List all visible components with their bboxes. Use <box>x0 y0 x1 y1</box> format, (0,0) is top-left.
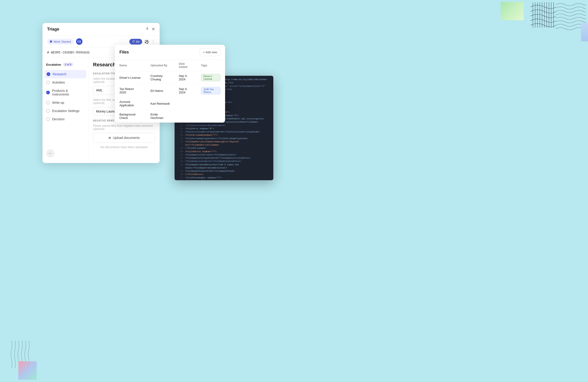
file-name-cell: Account Application <box>115 97 146 110</box>
file-name-cell: Background Check <box>115 110 146 122</box>
titlebar-controls: ✕ <box>146 27 155 32</box>
nav-check-research: ✓ <box>47 72 50 76</box>
file-name-cell: Driver's License <box>115 71 146 84</box>
table-row[interactable]: Account ApplicationKarl Reinhardt <box>115 97 225 110</box>
table-row[interactable]: Tax Return 2020Eli HaimsSep 4, 20241040 … <box>115 84 225 97</box>
sidebar-item-decision[interactable]: Decision <box>42 115 88 123</box>
bg-decoration-wave-right <box>556 2 586 32</box>
files-table: Name Uploaded By Date Added Tags Driver'… <box>115 60 225 122</box>
code-line: 17<fc2iPartyNameTypeCode>L</fc2iPartyNam… <box>178 137 270 140</box>
sidebar-item-activities[interactable]: Activities <box>42 78 88 86</box>
uploaded-by-cell: Eli Haims <box>146 84 174 97</box>
code-line: 19</fc2iPartyName> <box>178 147 270 150</box>
sidebar-nav: Escalation 2 of 5 ✓ Research Activities … <box>42 57 88 163</box>
back-button[interactable]: ← <box>46 149 54 158</box>
upload-btn-label: Upload documents <box>113 136 140 140</box>
sidebar-item-label-activities: Activities <box>52 80 65 84</box>
sidebar-item-products[interactable]: ✓ Products & Instruments <box>42 86 88 99</box>
tag-cell: 1040 Tax Return <box>196 84 225 97</box>
negative-news-section: NEGATIVE NEWS SEARCH Please upload files… <box>93 119 155 149</box>
work-started-badge: Work Started <box>47 39 74 44</box>
tag-cell <box>196 110 225 122</box>
table-row[interactable]: Driver's LicenseCourtney ChuangSep 4, 20… <box>115 71 225 84</box>
files-table-header: Name Uploaded By Date Added Tags <box>115 60 225 71</box>
date-added-cell: Sep 4, 2024 <box>174 71 196 84</box>
bg-decoration-lines-bottom <box>9 341 32 368</box>
escalation-header: Escalation 2 of 5 <box>42 61 88 70</box>
timer-badge: ⏱ 8d <box>129 39 142 44</box>
mic-button[interactable] <box>146 27 149 31</box>
code-line: 18<fc2iNewPartyFullName>Hummingbird RegT… <box>178 140 270 147</box>
nav-dot-decision <box>46 117 50 121</box>
escalation-label: Escalation <box>46 63 61 66</box>
sidebar-item-escalation-settings[interactable]: Escalation Settings <box>42 107 88 115</box>
plus-circle-icon: ⊕ <box>108 136 111 140</box>
files-table-body: Driver's LicenseCourtney ChuangSep 4, 20… <box>115 71 225 122</box>
nav-dot-escalation-settings <box>46 109 50 113</box>
nav-dot-writeup <box>46 101 50 104</box>
nav-check-products: ✓ <box>46 91 50 94</box>
files-title: Files <box>119 50 129 55</box>
code-line: 27<fc2iPhoneNumber SeqNum="7"> <box>178 176 270 180</box>
tag-badge: 1040 Tax Return <box>201 87 220 94</box>
more-menu-button[interactable]: ⋮ <box>151 40 155 44</box>
uploaded-by-cell: Emily Hochman <box>146 110 174 122</box>
nav-dot-activities <box>46 80 50 84</box>
date-added-cell <box>174 110 196 122</box>
upload-placeholder-text: Please upload files from negative news s… <box>93 124 153 127</box>
add-new-button[interactable]: + Add new <box>200 48 220 56</box>
col-date-added: Date Added <box>174 60 196 71</box>
table-row[interactable]: Background CheckEmily Hochman <box>115 110 225 122</box>
code-line: 15<fc2iActivityPartyTypeCode>35</fc2iAct… <box>178 130 270 134</box>
timer-icon: ⏱ <box>132 40 135 43</box>
avatar: CS <box>76 38 83 45</box>
escalation-count: 2 of 5 <box>63 63 73 66</box>
timer-value: 8d <box>136 40 139 43</box>
work-started-label: Work Started <box>54 40 71 43</box>
date-added-cell: Sep 4, 2024 <box>174 84 196 97</box>
no-docs-label: No documents have been uploaded <box>93 145 155 149</box>
files-header: Files + Add new <box>115 45 225 60</box>
sidebar-item-writeup[interactable]: Write-up <box>42 99 88 107</box>
sidebar-item-label-decision: Decision <box>52 117 64 121</box>
sidebar-item-label-research: Research <box>53 72 66 76</box>
sidebar-item-label-writeup: Write-up <box>52 101 64 104</box>
files-panel: Files + Add new Name Uploaded By Date Ad… <box>115 45 225 122</box>
add-new-label: + Add new <box>203 51 217 54</box>
bg-decoration-color-bottom <box>18 361 37 380</box>
date-added-cell <box>174 97 196 110</box>
file-name-cell: Tax Return 2020 <box>115 84 146 97</box>
code-line: 25<fc2iRawZIPCode>91789</fc2iRawZIPCode> <box>178 170 270 173</box>
upload-documents-button[interactable]: ⊕ Upload documents <box>93 133 155 142</box>
col-name: Name <box>115 60 146 71</box>
code-line: 16<fc2iPartyNameSeqNum="7"> <box>178 134 270 137</box>
uploaded-by-cell: Karl Reinhardt <box>146 97 174 110</box>
triage-titlebar: Triage ✕ <box>42 23 160 36</box>
bg-decoration-lines-right <box>531 2 556 28</box>
close-button[interactable]: ✕ <box>152 27 155 32</box>
uploaded-by-cell: Courtney Chuang <box>146 71 174 84</box>
bg-decoration-green <box>501 2 524 20</box>
tag-cell: Driver's License <box>196 71 225 84</box>
soccer-button[interactable]: ⚽ <box>145 40 149 44</box>
code-line: 24<fc2iRawStreetAddressText>348 S Lemon … <box>178 163 270 170</box>
code-line: 20<fc2iAddress SeqNum="7"> <box>178 150 270 153</box>
code-line: 13</fc2iActivityEvidenceDocument> <box>178 124 270 127</box>
aml-subtype-sub: (optional) <box>93 101 105 105</box>
status-dot <box>50 40 52 43</box>
code-line: 23<fc2iRawStateCode>CA</fc2iRawStateCode… <box>178 160 270 163</box>
code-line: 21<fc2iRawCityText>mlot</fc2iRawCityText… <box>178 153 270 157</box>
subheader-left: Work Started CS <box>47 38 83 45</box>
code-line: 14<fc2iParty SeqNum="8"> <box>178 127 270 130</box>
col-tags: Tags <box>196 60 225 71</box>
triage-title: Triage <box>47 27 59 32</box>
sidebar-item-label-escalation-settings: Escalation Settings <box>52 109 80 113</box>
tag-cell <box>196 97 225 110</box>
sidebar-item-research[interactable]: ✓ Research <box>44 70 86 78</box>
col-uploaded-by: Uploaded By <box>146 60 174 71</box>
upload-placeholder: Please upload files from negative news s… <box>93 124 155 131</box>
code-line: 26</fc2iAddress> <box>178 173 270 176</box>
bg-decoration-right-bar <box>581 23 588 41</box>
sidebar-item-label-products: Products & Instruments <box>52 89 84 96</box>
tag-badge: Driver's License <box>201 74 220 81</box>
